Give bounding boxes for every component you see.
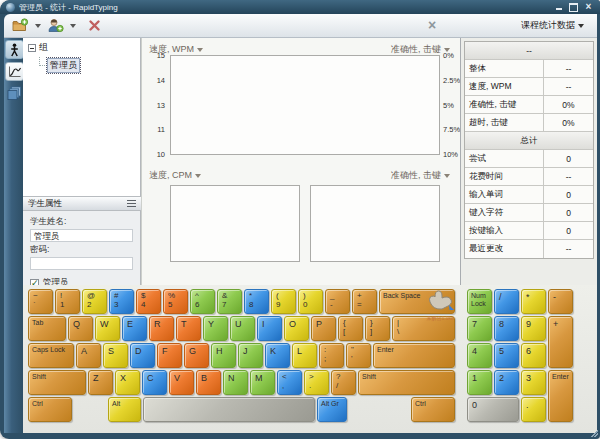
key-key[interactable]: _- — [325, 289, 350, 314]
key-space[interactable] — [143, 397, 315, 422]
key-ctrl-left[interactable]: Ctrl — [28, 397, 72, 422]
panel-menu-icon[interactable] — [127, 200, 136, 207]
close-icon[interactable] — [583, 2, 594, 12]
key-p[interactable]: P — [311, 316, 336, 341]
key-slash[interactable]: ?/ — [331, 370, 356, 395]
key-period[interactable]: >. — [304, 370, 329, 395]
key-o[interactable]: O — [284, 316, 309, 341]
key-f[interactable]: F — [157, 343, 182, 368]
key-n[interactable]: N — [223, 370, 248, 395]
key-backslash[interactable]: |\ — [392, 316, 455, 341]
key-4[interactable]: $4 — [136, 289, 161, 314]
key-num-lock[interactable]: Num Lock — [467, 289, 492, 314]
key-1[interactable]: !1 — [55, 289, 80, 314]
key-5[interactable]: %5 — [163, 289, 188, 314]
tree-student-node[interactable]: 管理员 — [23, 55, 140, 73]
key-v[interactable]: V — [169, 370, 194, 395]
key-numpad-decimal[interactable]: . — [521, 397, 546, 422]
key-h[interactable]: H — [211, 343, 236, 368]
key-ctrl-right[interactable]: Ctrl — [411, 397, 455, 422]
key-u[interactable]: U — [230, 316, 255, 341]
key-numpad-enter[interactable]: Enter — [548, 370, 573, 422]
nav-students-button[interactable] — [5, 40, 24, 59]
key-d[interactable]: D — [130, 343, 155, 368]
key-e[interactable]: E — [122, 316, 147, 341]
resize-grip[interactable] — [590, 429, 598, 437]
key-9[interactable]: (9 — [271, 289, 296, 314]
tree-student-label[interactable]: 管理员 — [47, 58, 80, 73]
key-semicolon[interactable]: :; — [319, 343, 344, 368]
key-numpad-4[interactable]: 4 — [467, 343, 492, 368]
key-backspace[interactable]: Back Space — [379, 289, 455, 314]
accuracy2-axis-dropdown[interactable]: 准确性, 击键 — [391, 169, 454, 182]
key-l[interactable]: L — [292, 343, 317, 368]
key-z[interactable]: Z — [88, 370, 113, 395]
collapse-icon[interactable] — [28, 44, 36, 52]
key-key[interactable]: }] — [365, 316, 390, 341]
add-student-dropdown-icon[interactable] — [70, 24, 76, 28]
key-shift-right[interactable]: Shift — [358, 370, 455, 395]
key-i[interactable]: I — [257, 316, 282, 341]
key-t[interactable]: T — [176, 316, 201, 341]
key-key[interactable]: ~` — [28, 289, 53, 314]
tree-group-label[interactable]: 组 — [39, 41, 48, 54]
key-k[interactable]: K — [265, 343, 290, 368]
key-y[interactable]: Y — [203, 316, 228, 341]
student-name-input[interactable]: 管理员 — [30, 229, 133, 242]
key-enter[interactable]: Enter — [373, 343, 455, 368]
key-m[interactable]: M — [250, 370, 275, 395]
key-tab[interactable]: Tab — [28, 316, 66, 341]
key-numpad-8[interactable]: 8 — [494, 316, 519, 341]
key-numpad-9[interactable]: 9 — [521, 316, 546, 341]
cpm-axis-dropdown[interactable]: 速度, CPM — [149, 169, 205, 182]
key-c[interactable]: C — [142, 370, 167, 395]
key-numpad-multiply[interactable]: * — [521, 289, 546, 314]
key-8[interactable]: *8 — [244, 289, 269, 314]
key-7[interactable]: &7 — [217, 289, 242, 314]
key-caps-lock[interactable]: Caps Lock — [28, 343, 74, 368]
key-numpad-1[interactable]: 1 — [467, 370, 492, 395]
key-numpad-3[interactable]: 3 — [521, 370, 546, 395]
key-numpad-plus[interactable]: + — [548, 316, 573, 368]
key-a[interactable]: A — [76, 343, 101, 368]
key-0[interactable]: )0 — [298, 289, 323, 314]
nav-statistics-button[interactable] — [5, 62, 24, 81]
key-b[interactable]: B — [196, 370, 221, 395]
key-numpad-7[interactable]: 7 — [467, 316, 492, 341]
key-key[interactable]: {[ — [338, 316, 363, 341]
key-shift-left[interactable]: Shift — [28, 370, 86, 395]
key-alt-left[interactable]: Alt — [108, 397, 141, 422]
key-numpad-5[interactable]: 5 — [494, 343, 519, 368]
key-3[interactable]: #3 — [109, 289, 134, 314]
titlebar[interactable]: 管理员 - 统计 - RapidTyping — [0, 0, 600, 14]
add-group-dropdown-icon[interactable] — [35, 24, 41, 28]
key-w[interactable]: W — [95, 316, 120, 341]
key-comma[interactable]: <, — [277, 370, 302, 395]
key-quote[interactable]: "' — [346, 343, 371, 368]
key-q[interactable]: Q — [68, 316, 93, 341]
key-alt-gr[interactable]: Alt Gr — [317, 397, 347, 422]
tree-group-node[interactable]: 组 — [23, 38, 140, 54]
key-j[interactable]: J — [238, 343, 263, 368]
maximize-icon[interactable] — [568, 2, 579, 12]
key-key[interactable]: += — [352, 289, 377, 314]
key-numpad-6[interactable]: 6 — [521, 343, 546, 368]
key-numpad-divide[interactable]: / — [494, 289, 519, 314]
add-group-button[interactable] — [10, 16, 31, 35]
close-statistics-icon[interactable] — [428, 16, 436, 34]
nav-lessons-button[interactable] — [5, 84, 24, 103]
key-r[interactable]: R — [149, 316, 174, 341]
add-student-button[interactable] — [45, 16, 66, 35]
delete-button[interactable] — [86, 17, 103, 34]
key-numpad-minus[interactable]: - — [548, 289, 573, 314]
stats-source-dropdown[interactable]: 课程统计数据 — [521, 19, 588, 32]
key-g[interactable]: G — [184, 343, 209, 368]
password-input[interactable] — [30, 257, 133, 270]
key-6[interactable]: ^6 — [190, 289, 215, 314]
key-s[interactable]: S — [103, 343, 128, 368]
key-2[interactable]: @2 — [82, 289, 107, 314]
key-numpad-0[interactable]: 0 — [467, 397, 519, 422]
key-numpad-2[interactable]: 2 — [494, 370, 519, 395]
key-x[interactable]: X — [115, 370, 140, 395]
minimize-icon[interactable] — [553, 2, 564, 12]
